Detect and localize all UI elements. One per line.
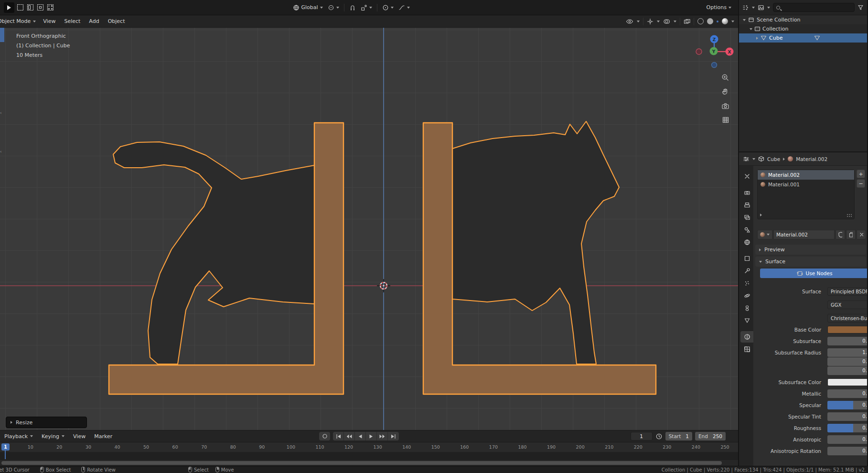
timeline-track[interactable]	[0, 452, 738, 459]
jump-to-end-button[interactable]	[388, 432, 399, 441]
current-frame-marker[interactable]: 1	[1, 443, 10, 451]
copy-material-button[interactable]	[846, 230, 856, 239]
shading-solid-icon[interactable]	[707, 18, 713, 24]
add-slot-button[interactable]: +	[857, 170, 865, 178]
timeline-scrollbar[interactable]	[0, 459, 738, 466]
outliner-search[interactable]	[773, 3, 855, 12]
record-button[interactable]	[319, 432, 330, 441]
property-subsurface-color[interactable]	[827, 378, 867, 386]
property-subsurface-radius[interactable]: 1.000	[827, 348, 867, 357]
tab-output[interactable]	[740, 199, 753, 211]
snap-settings-dropdown[interactable]	[361, 4, 372, 11]
chevron-down-icon[interactable]	[637, 21, 640, 22]
chevron-down-icon[interactable]	[752, 7, 755, 9]
play-reverse-button[interactable]	[355, 432, 366, 441]
cat-silhouette-right[interactable]	[452, 121, 619, 364]
breadcrumb-material[interactable]: Material.002	[796, 156, 827, 162]
proportional-falloff-dropdown[interactable]	[398, 4, 410, 11]
operator-panel[interactable]: Resize	[6, 417, 87, 428]
mesh-data-icon[interactable]	[814, 35, 820, 41]
tab-world[interactable]	[740, 236, 753, 248]
tab-object-data[interactable]	[740, 315, 753, 326]
tab-modifiers[interactable]	[740, 265, 753, 277]
surface-panel-header[interactable]: Surface	[755, 257, 866, 267]
outliner-empty-space[interactable]	[739, 43, 867, 151]
property-christensen-burl[interactable]: Christensen-Burl	[827, 314, 867, 322]
material-slot-list[interactable]: Material.002 Material.001	[757, 170, 855, 219]
pivot-point-dropdown[interactable]	[328, 4, 339, 11]
property-subsurface[interactable]: 0.000	[827, 337, 867, 345]
select-mode-new-icon[interactable]	[16, 3, 24, 12]
property-ggx[interactable]: GGX	[827, 301, 867, 309]
3d-viewport[interactable]: ‹ ‹ Front Orthographic (1) Collection | …	[0, 28, 738, 430]
jump-to-start-button[interactable]	[333, 432, 344, 441]
use-nodes-button[interactable]: Use Nodes	[760, 269, 867, 278]
transform-orientation-dropdown[interactable]: Global	[293, 4, 323, 11]
material-name-field[interactable]: Material.002	[773, 230, 835, 239]
property-anisotropic[interactable]: 0.000	[827, 435, 867, 444]
xray-toggle-icon[interactable]	[684, 18, 690, 25]
region-arrow-icon[interactable]: ‹	[0, 150, 4, 153]
disclosure-open-icon[interactable]	[743, 19, 746, 21]
preview-panel-header[interactable]: Preview	[755, 245, 866, 255]
axis-minus-x-ball[interactable]	[696, 49, 702, 54]
list-resize-grip[interactable]	[847, 214, 852, 217]
cat-silhouette-left[interactable]	[113, 142, 314, 364]
shading-wireframe-icon[interactable]	[697, 18, 704, 24]
menu-marker[interactable]: Marker	[90, 433, 117, 440]
filter-funnel-icon[interactable]	[857, 4, 864, 11]
property-specular-tint[interactable]: 0.000	[827, 412, 867, 421]
current-frame-field[interactable]: 1	[631, 432, 653, 441]
select-mode-intersect-icon[interactable]	[46, 3, 54, 12]
tab-texture[interactable]	[740, 344, 753, 355]
select-mode-extend-icon[interactable]	[26, 3, 34, 12]
chevron-down-icon[interactable]	[752, 158, 755, 160]
material-slot[interactable]: Material.001	[758, 180, 854, 189]
prev-keyframe-button[interactable]	[344, 432, 355, 441]
timeline-ruler[interactable]: 1020304050607080901001101201301401501601…	[0, 442, 738, 452]
outliner-editor-icon[interactable]	[742, 4, 749, 11]
select-mode-subtract-icon[interactable]	[36, 3, 44, 12]
zoom-icon[interactable]	[721, 74, 729, 82]
frame-start-field[interactable]: Start 1	[665, 432, 692, 441]
property-0-200[interactable]: 0.200	[827, 357, 867, 366]
tab-tool[interactable]	[740, 171, 753, 182]
visibility-eye-icon[interactable]	[626, 18, 633, 25]
menu-select[interactable]: Select	[60, 18, 85, 24]
property-base-color[interactable]	[827, 326, 867, 333]
tab-view-layer[interactable]	[740, 212, 753, 223]
outliner-row-cube[interactable]: Cube	[739, 33, 867, 43]
browse-material-dropdown[interactable]	[757, 230, 772, 239]
list-filter-toggle-icon[interactable]	[760, 214, 762, 216]
remove-slot-button[interactable]: −	[857, 179, 865, 188]
active-tool-icon[interactable]	[4, 2, 14, 13]
property-roughness[interactable]: 0.500	[827, 424, 867, 432]
menu-timeline-view[interactable]: View	[69, 433, 90, 440]
region-arrow-icon[interactable]: ‹	[0, 111, 4, 115]
properties-editor-icon[interactable]	[743, 156, 750, 162]
disclosure-open-icon[interactable]	[750, 28, 752, 30]
breadcrumb-object[interactable]: Cube	[767, 156, 780, 162]
fake-user-shield-button[interactable]	[836, 230, 845, 239]
chevron-down-icon[interactable]	[767, 7, 770, 9]
display-mode-icon[interactable]	[758, 4, 764, 11]
menu-object[interactable]: Object	[104, 18, 129, 24]
gizmos-icon[interactable]	[647, 18, 654, 25]
menu-playback[interactable]: Playback	[0, 433, 37, 440]
menu-keying[interactable]: Keying	[37, 433, 69, 440]
tab-constraints[interactable]	[740, 302, 753, 314]
timeline-body[interactable]: 1020304050607080901001101201301401501601…	[0, 442, 738, 459]
tab-render[interactable]	[740, 187, 753, 198]
menu-add[interactable]: Add	[85, 18, 103, 24]
toolbar-fragment[interactable]	[0, 28, 4, 42]
proportional-editing-toggle[interactable]	[382, 4, 394, 11]
tab-material[interactable]	[740, 331, 753, 343]
next-keyframe-button[interactable]	[377, 432, 388, 441]
property-anisotropic-rotation[interactable]: 0.000	[827, 447, 867, 455]
camera-view-icon[interactable]	[721, 102, 729, 110]
orthographic-grid-icon[interactable]	[722, 116, 729, 124]
tab-object[interactable]	[740, 253, 753, 264]
play-button[interactable]	[366, 432, 377, 441]
property-surface[interactable]: Principled BSDF	[827, 287, 867, 296]
shading-material-preview-icon[interactable]	[717, 21, 718, 22]
